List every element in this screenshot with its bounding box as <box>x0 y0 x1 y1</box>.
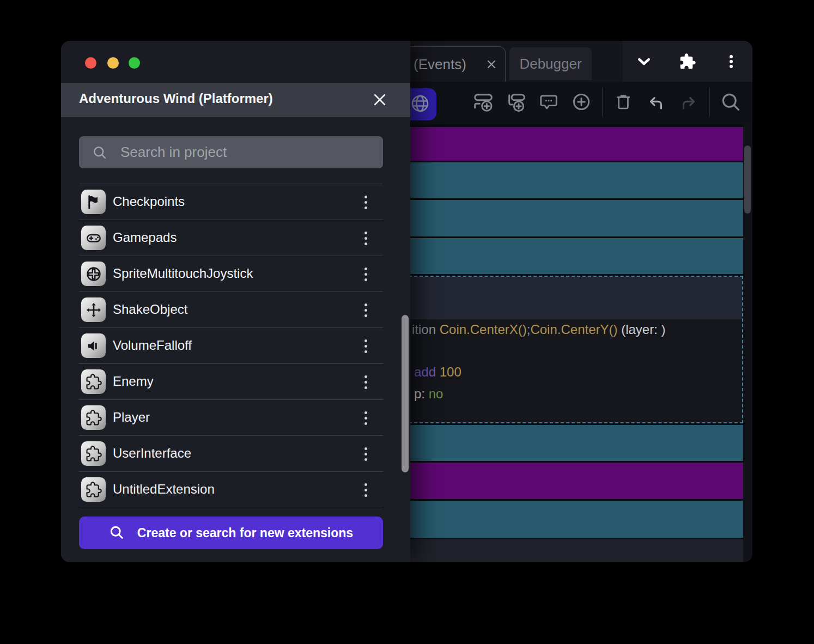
kebab-menu-icon[interactable] <box>722 52 740 71</box>
extension-row[interactable]: SpriteMultitouchJoystick <box>79 256 383 291</box>
add-event-icon <box>472 91 494 115</box>
redo-button[interactable] <box>677 91 701 115</box>
puzzle-icon <box>81 441 106 466</box>
flag-icon <box>81 190 106 214</box>
extension-label: UntitledExtension <box>113 482 215 497</box>
gamepad-icon <box>81 226 106 250</box>
extension-label: Enemy <box>113 374 154 389</box>
trash-button[interactable] <box>611 91 635 115</box>
mac-zoom-button[interactable] <box>129 57 140 69</box>
close-panel-button[interactable] <box>372 92 387 107</box>
item-menu-button[interactable] <box>360 336 371 356</box>
event-action-text: add 100 <box>414 365 461 379</box>
add-event-button[interactable] <box>471 91 495 115</box>
create-extension-button[interactable]: Create or search for new extensions <box>79 517 383 549</box>
toolbar-icon-group <box>471 91 743 115</box>
comment-icon <box>538 92 559 114</box>
search-button[interactable] <box>719 91 743 115</box>
tab-debugger-label: Debugger <box>519 56 581 72</box>
extension-row[interactable]: UserInterface <box>79 435 383 471</box>
extension-row[interactable]: Enemy <box>79 363 383 399</box>
extension-label: Gamepads <box>113 230 177 245</box>
add-subevent-button[interactable] <box>504 91 528 115</box>
item-menu-button[interactable] <box>360 264 371 284</box>
item-menu-button[interactable] <box>360 228 371 248</box>
project-panel-header: Adventurous Wind (Platformer) <box>61 83 410 117</box>
events-scrollbar[interactable] <box>744 145 751 214</box>
extension-label: Player <box>113 410 150 425</box>
extension-label: SpriteMultitouchJoystick <box>113 266 253 281</box>
globe-icon <box>410 94 430 116</box>
item-menu-button[interactable] <box>360 372 371 392</box>
chevron-down-icon[interactable] <box>635 52 653 71</box>
search-placeholder: Search in project <box>120 144 227 161</box>
project-title: Adventurous Wind (Platformer) <box>79 91 273 106</box>
toolbar-divider <box>709 88 710 116</box>
item-menu-button[interactable] <box>360 443 371 464</box>
extension-list: CheckpointsGamepadsSpriteMultitouchJoyst… <box>79 184 383 507</box>
tab-debugger[interactable]: Debugger <box>509 47 592 80</box>
toolbar-divider <box>602 88 603 116</box>
extension-row[interactable]: Checkpoints <box>79 184 383 220</box>
extension-row[interactable]: UntitledExtension <box>79 471 383 507</box>
event-action-text: ition Coin.CenterX();Coin.CenterY() (lay… <box>412 323 666 337</box>
extensions-puzzle-icon[interactable] <box>678 52 697 71</box>
extension-label: ShakeObject <box>113 302 187 317</box>
puzzle-icon <box>81 405 106 430</box>
events-scroll-gutter <box>743 124 752 562</box>
window-controls-area <box>623 41 752 82</box>
undo-button[interactable] <box>644 91 668 115</box>
mac-titlebar <box>61 41 410 83</box>
extension-row[interactable]: ShakeObject <box>79 291 383 327</box>
create-extension-label: Create or search for new extensions <box>137 526 353 540</box>
add-circle-icon <box>571 92 592 114</box>
gdevelop-window: (Events) Debugger <box>61 41 752 562</box>
puzzle-icon <box>81 477 106 502</box>
extension-label: UserInterface <box>113 446 191 461</box>
extension-row[interactable]: VolumeFalloff <box>79 327 383 363</box>
comment-button[interactable] <box>537 91 561 115</box>
tab-events-label: (Events) <box>414 56 466 73</box>
mac-minimize-button[interactable] <box>107 57 119 69</box>
mac-close-button[interactable] <box>85 57 96 69</box>
panel-scrollbar[interactable] <box>402 315 409 472</box>
extension-row[interactable]: Player <box>79 399 383 435</box>
event-action-text: p: no <box>414 387 443 401</box>
item-menu-button[interactable] <box>360 300 371 320</box>
extension-label: Checkpoints <box>113 194 185 209</box>
item-menu-button[interactable] <box>360 408 371 428</box>
search-input[interactable]: Search in project <box>79 136 383 168</box>
volume-icon <box>81 333 106 358</box>
trash-icon <box>613 92 633 114</box>
search-icon <box>92 145 107 160</box>
close-tab-icon[interactable] <box>485 58 497 70</box>
extension-label: VolumeFalloff <box>113 338 192 353</box>
item-menu-button[interactable] <box>360 192 371 212</box>
search-icon <box>720 92 741 114</box>
joystick-icon <box>81 262 106 286</box>
add-circle-button[interactable] <box>569 91 593 115</box>
puzzle-icon <box>81 369 106 394</box>
project-manager-panel: Adventurous Wind (Platformer) Search in … <box>61 41 410 562</box>
extension-row[interactable]: Gamepads <box>79 220 383 256</box>
item-menu-button[interactable] <box>360 479 371 500</box>
add-subevent-icon <box>505 91 527 115</box>
search-icon <box>109 525 124 542</box>
move-icon <box>81 297 106 322</box>
redo-icon <box>678 92 699 114</box>
undo-icon <box>646 92 666 114</box>
desktop-background: (Events) Debugger <box>0 0 814 644</box>
